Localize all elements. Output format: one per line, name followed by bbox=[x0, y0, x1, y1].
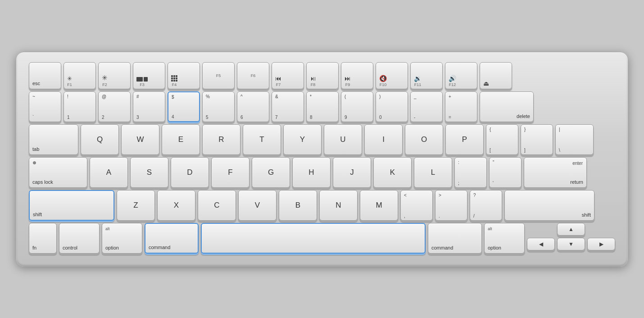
key-x[interactable]: X bbox=[157, 190, 195, 221]
key-f10[interactable]: 🔇 F10 bbox=[376, 62, 408, 89]
key-option-left[interactable]: alt option bbox=[102, 223, 142, 254]
key-e[interactable]: E bbox=[162, 124, 200, 155]
key-n[interactable]: N bbox=[319, 190, 358, 221]
arrow-down-icon: ▼ bbox=[568, 241, 574, 247]
key-arrow-down[interactable]: ▼ bbox=[557, 238, 585, 250]
caps-lock-indicator bbox=[33, 161, 36, 164]
key-j[interactable]: J bbox=[333, 157, 371, 188]
key-f12[interactable]: 🔊 F12 bbox=[445, 62, 477, 89]
key-w[interactable]: W bbox=[121, 124, 159, 155]
key-delete[interactable]: delete bbox=[480, 91, 534, 122]
key-a[interactable]: A bbox=[90, 157, 128, 188]
rewind-icon: ⏮ F7 bbox=[275, 75, 281, 87]
key-comma[interactable]: < , bbox=[400, 190, 433, 221]
key-option-right[interactable]: alt option bbox=[484, 223, 525, 254]
key-tab[interactable]: tab bbox=[29, 124, 78, 155]
key-z[interactable]: Z bbox=[117, 190, 155, 221]
launchpad-icon: F4 bbox=[171, 75, 177, 87]
key-f9[interactable]: ⏭ F9 bbox=[341, 62, 373, 89]
function-row: esc ✳ F1 ✳ F2 F bbox=[29, 62, 615, 89]
key-arrow-up[interactable]: ▲ bbox=[557, 223, 585, 236]
key-caps-lock[interactable]: caps lock bbox=[29, 157, 87, 188]
key-arrow-right[interactable]: ▶ bbox=[587, 238, 615, 250]
key-p[interactable]: P bbox=[445, 124, 484, 155]
mute-icon: 🔇 F10 bbox=[379, 75, 387, 87]
key-o[interactable]: O bbox=[405, 124, 443, 155]
arrow-left-icon: ◀ bbox=[539, 241, 543, 247]
key-command-left[interactable]: command bbox=[145, 223, 199, 254]
key-period[interactable]: > . bbox=[435, 190, 467, 221]
key-f4[interactable]: F4 bbox=[168, 62, 200, 89]
key-6[interactable]: ^ 6 bbox=[237, 91, 269, 122]
qwerty-row: tab Q W E R T Y U I bbox=[29, 124, 615, 155]
key-command-right[interactable]: command bbox=[428, 223, 482, 254]
key-f2[interactable]: ✳ F2 bbox=[98, 62, 131, 89]
key-2[interactable]: @ 2 bbox=[98, 91, 131, 122]
key-5[interactable]: % 5 bbox=[202, 91, 235, 122]
key-i[interactable]: I bbox=[364, 124, 403, 155]
arrow-keys: ▲ ◀ ▼ ▶ bbox=[527, 223, 615, 254]
key-f[interactable]: F bbox=[211, 157, 249, 188]
fast-forward-icon: ⏭ F9 bbox=[345, 75, 351, 87]
key-u[interactable]: U bbox=[324, 124, 362, 155]
arrow-up-icon: ▲ bbox=[568, 226, 574, 232]
key-1[interactable]: ! 1 bbox=[63, 91, 96, 122]
vol-up-icon: 🔊 F12 bbox=[449, 75, 456, 87]
asdf-row: caps lock A S D F G H J bbox=[29, 157, 615, 188]
key-lbracket[interactable]: { [ bbox=[486, 124, 518, 155]
key-g[interactable]: G bbox=[252, 157, 290, 188]
key-enter[interactable]: enter return bbox=[524, 157, 587, 188]
key-equals[interactable]: + = bbox=[445, 91, 477, 122]
key-minus[interactable]: _ - bbox=[410, 91, 443, 122]
brightness-down-icon: ✳ F1 bbox=[67, 75, 72, 87]
key-control[interactable]: control bbox=[59, 223, 100, 254]
key-rows: esc ✳ F1 ✳ F2 F bbox=[29, 62, 615, 254]
key-backslash[interactable]: | \ bbox=[555, 124, 594, 155]
key-0[interactable]: ) 0 bbox=[376, 91, 408, 122]
key-f6[interactable]: F6 bbox=[237, 62, 269, 89]
key-3[interactable]: # 3 bbox=[133, 91, 165, 122]
key-l[interactable]: L bbox=[414, 157, 452, 188]
key-r[interactable]: R bbox=[202, 124, 240, 155]
key-b[interactable]: B bbox=[279, 190, 317, 221]
key-8[interactable]: * 8 bbox=[306, 91, 339, 122]
key-shift-left[interactable]: shift bbox=[29, 190, 114, 221]
key-esc[interactable]: esc bbox=[29, 62, 61, 89]
key-rbracket[interactable]: } ] bbox=[521, 124, 553, 155]
zxcv-row: shift Z X C V B N M < bbox=[29, 190, 615, 221]
key-tilde[interactable]: ~ ` bbox=[29, 91, 61, 122]
key-arrow-left[interactable]: ◀ bbox=[527, 238, 555, 250]
key-f8[interactable]: ⏯ F8 bbox=[306, 62, 339, 89]
bottom-row: fn control alt option command command al… bbox=[29, 223, 615, 254]
key-quote[interactable]: " ' bbox=[489, 157, 522, 188]
key-y[interactable]: Y bbox=[283, 124, 322, 155]
key-f1[interactable]: ✳ F1 bbox=[63, 62, 96, 89]
arrow-right-icon: ▶ bbox=[599, 241, 603, 247]
vol-down-icon: 🔉 F11 bbox=[414, 75, 422, 87]
key-h[interactable]: H bbox=[292, 157, 331, 188]
key-c[interactable]: C bbox=[198, 190, 236, 221]
key-shift-right[interactable]: shift bbox=[504, 190, 594, 221]
key-eject[interactable]: ⏏ bbox=[480, 62, 512, 89]
key-k[interactable]: K bbox=[373, 157, 412, 188]
key-v[interactable]: V bbox=[238, 190, 277, 221]
eject-icon: ⏏ bbox=[483, 80, 489, 87]
key-f3[interactable]: F3 bbox=[133, 62, 165, 89]
key-7[interactable]: & 7 bbox=[272, 91, 304, 122]
key-9[interactable]: ( 9 bbox=[341, 91, 373, 122]
key-fn[interactable]: fn bbox=[29, 223, 57, 254]
key-f5[interactable]: F5 bbox=[202, 62, 235, 89]
key-slash[interactable]: ? / bbox=[470, 190, 502, 221]
mission-control-icon: F3 bbox=[136, 77, 148, 87]
key-q[interactable]: Q bbox=[81, 124, 119, 155]
key-f7[interactable]: ⏮ F7 bbox=[272, 62, 304, 89]
key-m[interactable]: M bbox=[360, 190, 398, 221]
key-f11[interactable]: 🔉 F11 bbox=[410, 62, 443, 89]
number-row: ~ ` ! 1 @ 2 # 3 $ 4 % 5 bbox=[29, 91, 615, 122]
key-t[interactable]: T bbox=[243, 124, 281, 155]
key-d[interactable]: D bbox=[171, 157, 209, 188]
key-spacebar[interactable] bbox=[201, 223, 426, 254]
key-4[interactable]: $ 4 bbox=[168, 91, 200, 122]
key-s[interactable]: S bbox=[130, 157, 168, 188]
key-semicolon[interactable]: : ; bbox=[454, 157, 487, 188]
